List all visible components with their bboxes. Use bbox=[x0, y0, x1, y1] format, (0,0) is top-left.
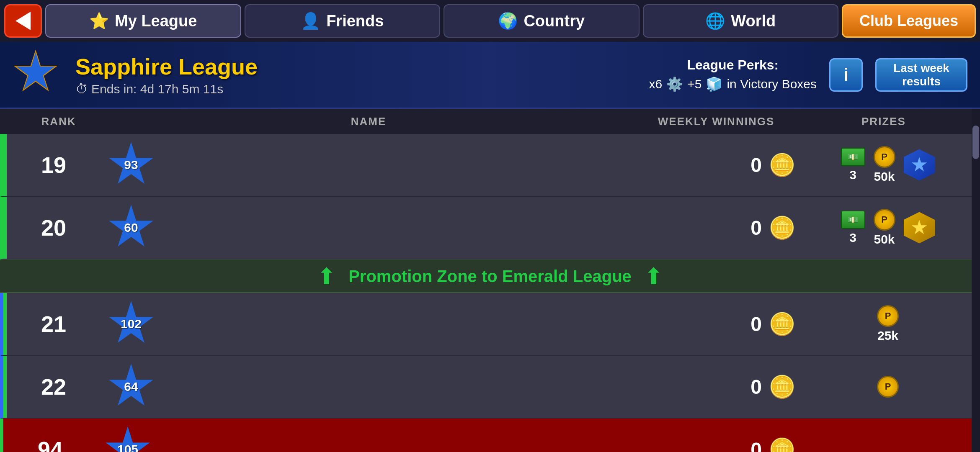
tab-my-league[interactable]: ⭐ My League bbox=[45, 4, 241, 38]
perks-multiplier: x6 bbox=[649, 77, 663, 91]
player-level: 105 bbox=[117, 442, 138, 452]
coin-pile-icon: 🪙 bbox=[769, 311, 796, 337]
league-header: Sapphire League ⏱ Ends in: 4d 17h 5m 11s… bbox=[0, 42, 980, 109]
player-avatar: 102 bbox=[108, 301, 154, 347]
player-level: 60 bbox=[124, 221, 138, 235]
cash-icon: 💵 bbox=[841, 211, 865, 229]
badge-star bbox=[911, 157, 927, 173]
winnings-cell: 0 🪙 bbox=[645, 437, 804, 452]
tab-country-label: Country bbox=[524, 12, 585, 30]
tab-world[interactable]: 🌐 World bbox=[643, 4, 839, 38]
promo-arrow-left: ⬆ bbox=[317, 263, 336, 290]
rank-value: 94 bbox=[38, 437, 63, 452]
promotion-zone: ⬆ Promotion Zone to Emerald League ⬆ bbox=[0, 259, 980, 293]
app-container: ⭐ My League 👤 Friends 🌍 Country 🌐 World … bbox=[0, 0, 980, 452]
league-timer: ⏱ Ends in: 4d 17h 5m 11s bbox=[75, 82, 637, 96]
league-info: Sapphire League ⏱ Ends in: 4d 17h 5m 11s bbox=[75, 54, 637, 96]
player-avatar: 60 bbox=[108, 205, 154, 251]
prize-chips: P 50k bbox=[874, 146, 895, 184]
perks-row: x6 ⚙️ +5 🧊 in Victory Boxes bbox=[649, 76, 817, 92]
rank-cell: 94 bbox=[8, 437, 92, 452]
player-level: 64 bbox=[124, 380, 138, 394]
player-cell: 93 bbox=[95, 142, 645, 188]
header-name: NAME bbox=[105, 115, 632, 128]
prizes-cell: 💵 3 P 50k bbox=[804, 209, 972, 247]
promo-arrow-right: ⬆ bbox=[644, 263, 663, 290]
league-star-icon bbox=[13, 50, 63, 100]
prizes-cell: 💵 3 P 50k bbox=[804, 146, 972, 184]
scrollbar-thumb[interactable] bbox=[972, 126, 979, 159]
prize-badge bbox=[904, 149, 935, 181]
back-button[interactable] bbox=[4, 4, 42, 38]
table-headers: RANK NAME WEEKLY WINNINGS PRIZES bbox=[0, 109, 980, 134]
cash-count: 3 bbox=[849, 168, 856, 182]
info-button[interactable]: i bbox=[829, 58, 863, 92]
table-row: 21 102 0 🪙 P 25k bbox=[0, 293, 980, 356]
prize-chips: P 50k bbox=[874, 209, 895, 247]
chip-icon: P bbox=[874, 209, 895, 231]
league-perks: League Perks: x6 ⚙️ +5 🧊 in Victory Boxe… bbox=[649, 57, 817, 92]
chip-icon: P bbox=[877, 305, 899, 327]
badge-star-gold bbox=[911, 220, 927, 236]
timer-icon: ⏱ bbox=[75, 82, 88, 96]
table-row: 20 60 0 🪙 💵 3 P 50k bbox=[0, 197, 980, 259]
chip-amount: 25k bbox=[877, 329, 898, 343]
player-cell: 60 bbox=[95, 205, 645, 251]
prize-chips: P 25k bbox=[877, 305, 899, 343]
coin-pile-icon: 🪙 bbox=[769, 374, 796, 400]
badge-shape bbox=[904, 149, 935, 181]
prize-chips-small: P bbox=[877, 376, 899, 398]
tab-world-label: World bbox=[731, 12, 776, 30]
winnings-cell: 0 🪙 bbox=[645, 152, 804, 178]
table-row: 22 64 0 🪙 P bbox=[0, 356, 980, 419]
world-globe-icon: 🌐 bbox=[705, 12, 725, 30]
info-label: i bbox=[843, 65, 848, 85]
rank-value: 19 bbox=[41, 152, 66, 177]
winnings-cell: 0 🪙 bbox=[645, 215, 804, 241]
promo-text: Promotion Zone to Emerald League bbox=[348, 267, 632, 286]
player-level: 93 bbox=[124, 158, 138, 172]
chip-amount: 50k bbox=[874, 170, 895, 184]
player-avatar: 93 bbox=[108, 142, 154, 188]
player-avatar: 105 bbox=[105, 426, 151, 452]
gear-icon: ⚙️ bbox=[666, 76, 683, 92]
coin-pile-icon: 🪙 bbox=[769, 152, 796, 178]
rank-cell: 22 bbox=[12, 374, 95, 400]
player-level: 102 bbox=[121, 317, 142, 331]
player-avatar: 64 bbox=[108, 364, 154, 410]
league-name: Sapphire League bbox=[75, 54, 637, 80]
perks-title: League Perks: bbox=[687, 57, 779, 73]
star-icon: ⭐ bbox=[89, 12, 109, 30]
prizes-cell: P 25k bbox=[804, 305, 972, 343]
tab-country[interactable]: 🌍 Country bbox=[444, 4, 640, 38]
rank-value: 20 bbox=[41, 215, 66, 240]
globe-icon: 🌍 bbox=[498, 12, 518, 30]
prize-cash: 💵 3 bbox=[841, 211, 865, 245]
winnings-cell: 0 🪙 bbox=[645, 311, 804, 337]
last-week-button[interactable]: Last week results bbox=[875, 58, 967, 92]
chip-icon: P bbox=[874, 146, 895, 168]
top-nav: ⭐ My League 👤 Friends 🌍 Country 🌐 World … bbox=[0, 0, 980, 42]
rank-cell: 21 bbox=[12, 311, 95, 337]
league-timer-text: Ends in: 4d 17h 5m 11s bbox=[91, 82, 223, 96]
tab-friends-label: Friends bbox=[326, 12, 384, 30]
player-cell: 64 bbox=[95, 364, 645, 410]
chip-icon-small: P bbox=[877, 376, 899, 398]
cash-count: 3 bbox=[849, 231, 856, 245]
tab-friends[interactable]: 👤 Friends bbox=[245, 4, 441, 38]
last-week-label: Last week results bbox=[881, 62, 962, 88]
header-prizes: PRIZES bbox=[800, 115, 967, 128]
prizes-cell: P bbox=[804, 376, 972, 398]
rank-cell: 20 bbox=[12, 215, 95, 241]
scrollbar[interactable] bbox=[972, 109, 980, 452]
winnings-amount: 0 bbox=[750, 438, 762, 452]
winnings-amount: 0 bbox=[750, 313, 762, 336]
coin-pile-icon: 🪙 bbox=[769, 215, 796, 241]
back-arrow-icon bbox=[15, 12, 31, 30]
tab-my-league-label: My League bbox=[115, 12, 197, 30]
rank-value: 21 bbox=[41, 311, 66, 336]
club-leagues-button[interactable]: Club Leagues bbox=[842, 4, 976, 38]
coin-pile-icon: 🪙 bbox=[769, 437, 796, 452]
header-rank: RANK bbox=[13, 115, 105, 128]
header-winnings: WEEKLY WINNINGS bbox=[632, 115, 800, 128]
